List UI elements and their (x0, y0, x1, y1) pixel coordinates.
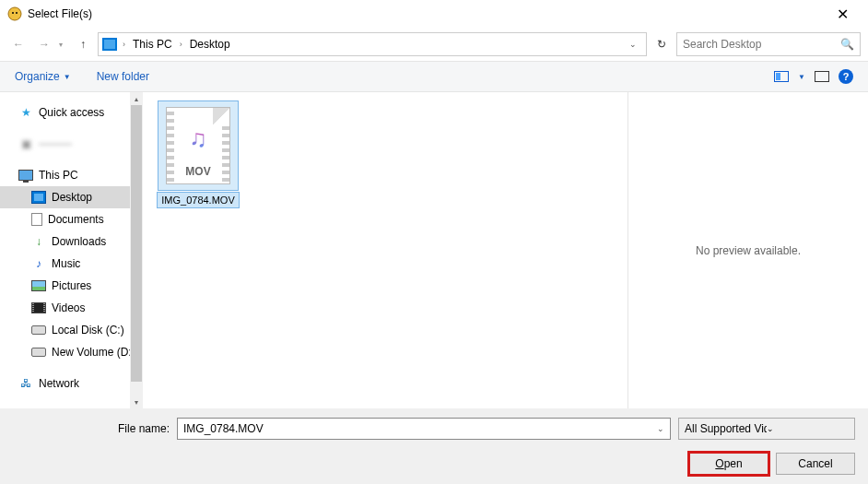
view-mode-icon[interactable] (774, 71, 789, 82)
sidebar-item-network[interactable]: 🖧 Network (0, 372, 143, 395)
chevron-down-icon[interactable]: ▼ (798, 73, 805, 81)
sidebar-label: Documents (48, 213, 104, 226)
file-list[interactable]: ♫ MOV IMG_0784.MOV (143, 92, 628, 408)
file-thumbnail: ♫ MOV (158, 101, 238, 190)
toolbar: Organize ▼ New folder ▼ ? (0, 61, 868, 92)
sidebar-label: Local Disk (C:) (52, 324, 124, 336)
open-button[interactable]: Open (689, 453, 768, 475)
star-icon: ★ (18, 106, 33, 119)
search-input[interactable] (683, 38, 840, 51)
breadcrumb-this-pc[interactable]: This PC (131, 38, 174, 51)
chevron-right-icon: › (178, 40, 184, 49)
desktop-icon (31, 191, 46, 204)
history-dropdown-icon[interactable]: ▾ (59, 41, 68, 49)
sidebar-scrollbar[interactable]: ▴ ▾ (130, 92, 143, 408)
sidebar-label: Videos (52, 301, 85, 314)
scroll-up-icon[interactable]: ▴ (130, 92, 143, 105)
chevron-down-icon: ▼ (64, 73, 71, 81)
sidebar-label: ——— (39, 137, 72, 150)
svg-point-0 (8, 7, 21, 20)
nav-bar: ← → ▾ ↑ › This PC › Desktop ⌄ ↻ 🔍 (0, 28, 868, 61)
file-ext-badge: MOV (167, 165, 229, 178)
search-box[interactable]: 🔍 (676, 32, 861, 56)
file-name-label: IMG_0784.MOV (157, 192, 239, 208)
filetype-filter[interactable]: All Supported Video Files(*.ts;*. ⌄ (678, 418, 855, 440)
preview-pane: No preview available. (628, 92, 868, 408)
back-button[interactable]: ← (7, 33, 29, 55)
main-area: ★ Quick access ▣ ——— This PC Desktop Doc… (0, 92, 868, 408)
sidebar: ★ Quick access ▣ ——— This PC Desktop Doc… (0, 92, 143, 408)
chevron-right-icon: › (121, 40, 127, 49)
pc-icon (102, 38, 117, 51)
close-button[interactable]: ✕ (824, 6, 861, 23)
generic-icon: ▣ (18, 137, 33, 150)
sidebar-item-new-volume[interactable]: New Volume (D:) (0, 341, 143, 363)
open-rest: pen (724, 457, 743, 470)
network-icon: 🖧 (18, 377, 33, 390)
sidebar-label: Music (52, 257, 80, 270)
chevron-down-icon: ⌄ (767, 424, 849, 433)
music-icon: ♪ (31, 257, 46, 270)
sidebar-item-videos[interactable]: Videos (0, 297, 143, 319)
open-underline: O (715, 457, 723, 470)
disk-icon (31, 325, 46, 335)
filename-label: File name: (13, 422, 170, 435)
sidebar-item-this-pc[interactable]: This PC (0, 164, 143, 186)
sidebar-label: This PC (39, 169, 78, 182)
breadcrumb[interactable]: › This PC › Desktop ⌄ (98, 32, 647, 56)
organize-label: Organize (15, 70, 60, 83)
sidebar-item-desktop[interactable]: Desktop (0, 186, 143, 208)
videos-icon (31, 302, 46, 313)
sidebar-item-pictures[interactable]: Pictures (0, 275, 143, 297)
forward-button[interactable]: → (33, 33, 55, 55)
filename-combobox[interactable]: ⌄ (177, 418, 671, 440)
sidebar-label: Network (39, 377, 79, 390)
up-button[interactable]: ↑ (72, 33, 94, 55)
sidebar-label: Quick access (39, 106, 104, 119)
download-icon: ↓ (31, 235, 46, 248)
organize-menu[interactable]: Organize ▼ (15, 70, 71, 83)
search-icon: 🔍 (840, 38, 854, 51)
pc-icon (18, 170, 33, 181)
sidebar-label: New Volume (D:) (52, 346, 135, 359)
file-item[interactable]: ♫ MOV IMG_0784.MOV (152, 101, 244, 208)
music-note-icon: ♫ (167, 124, 229, 153)
scroll-thumb[interactable] (131, 105, 142, 382)
refresh-button[interactable]: ↻ (651, 33, 673, 55)
chevron-down-icon[interactable]: ⌄ (624, 40, 642, 49)
sidebar-label: Downloads (52, 235, 106, 248)
cancel-label: Cancel (798, 457, 832, 470)
svg-point-2 (16, 12, 18, 14)
new-folder-label: New folder (97, 70, 149, 83)
title-bar: Select File(s) ✕ (0, 0, 868, 28)
cancel-button[interactable]: Cancel (776, 453, 855, 475)
sidebar-item-homegroup[interactable]: 👥 Homegroup (0, 404, 143, 408)
sidebar-label: Pictures (52, 279, 91, 292)
document-icon (31, 213, 42, 226)
sidebar-item-local-disk[interactable]: Local Disk (C:) (0, 319, 143, 341)
disk-icon (31, 348, 46, 357)
sidebar-item-redacted[interactable]: ▣ ——— (0, 133, 143, 155)
sidebar-item-music[interactable]: ♪ Music (0, 253, 143, 275)
help-icon[interactable]: ? (839, 69, 853, 84)
filter-label: All Supported Video Files(*.ts;*. (685, 422, 767, 435)
breadcrumb-desktop[interactable]: Desktop (188, 38, 232, 51)
preview-pane-icon[interactable] (815, 71, 829, 82)
pictures-icon (31, 280, 46, 291)
scroll-down-icon[interactable]: ▾ (130, 395, 143, 408)
app-icon (7, 6, 22, 21)
sidebar-item-downloads[interactable]: ↓ Downloads (0, 230, 143, 253)
chevron-down-icon[interactable]: ⌄ (651, 424, 664, 433)
new-folder-button[interactable]: New folder (97, 70, 149, 83)
preview-empty-label: No preview available. (696, 244, 801, 257)
sidebar-label: Desktop (52, 191, 92, 204)
window-title: Select File(s) (28, 7, 824, 20)
sidebar-item-quick-access[interactable]: ★ Quick access (0, 101, 143, 124)
sidebar-item-documents[interactable]: Documents (0, 208, 143, 230)
svg-point-1 (12, 12, 14, 14)
filename-input[interactable] (183, 422, 651, 435)
footer: File name: ⌄ All Supported Video Files(*… (0, 408, 868, 484)
